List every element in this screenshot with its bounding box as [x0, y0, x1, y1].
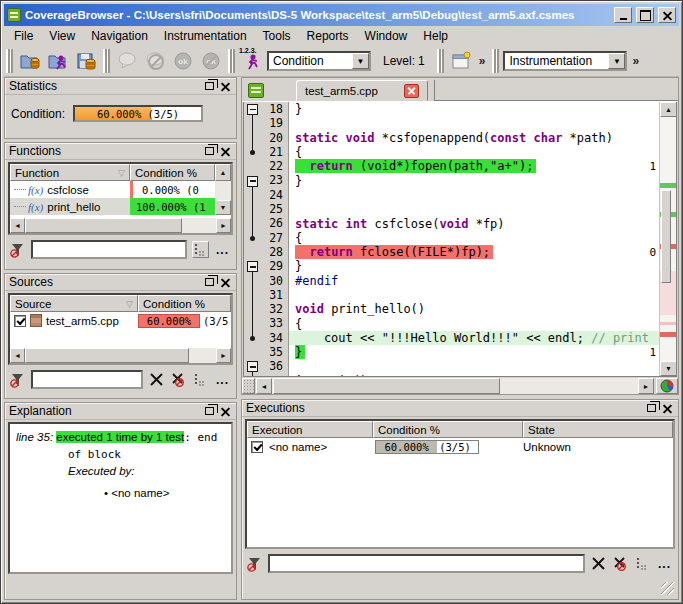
fold-box-icon[interactable] — [244, 359, 263, 373]
executions-filter-input[interactable] — [268, 554, 585, 573]
code-line-36[interactable]: 36 — [244, 359, 659, 373]
source-checkbox[interactable] — [14, 315, 26, 327]
filter-disabled-icon[interactable] — [246, 555, 263, 572]
column-header-state[interactable]: State — [523, 421, 673, 438]
comment-button[interactable] — [114, 48, 140, 74]
menu-help[interactable]: Help — [415, 27, 456, 45]
toolbar-overflow-button[interactable]: » — [476, 54, 489, 68]
code-line-29[interactable]: 29} — [244, 259, 659, 273]
code-line-26[interactable]: 26static int csfclose(void *fp) — [244, 216, 659, 230]
fold-box-icon[interactable] — [244, 259, 263, 273]
splitter-grip[interactable] — [242, 378, 255, 394]
fold-box-icon[interactable] — [244, 173, 263, 187]
tab-test-arm5-cpp[interactable]: test_arm5.cpp — [296, 80, 428, 101]
menu-instrumentation[interactable]: Instrumentation — [156, 27, 255, 45]
sources-panel-titlebar[interactable]: Sources — [5, 274, 236, 291]
editor-vscrollbar[interactable]: ▲ ▼ — [659, 102, 676, 376]
maximize-button[interactable] — [636, 7, 654, 23]
scroll-left-icon[interactable]: ◄ — [10, 218, 25, 233]
code-line-18[interactable]: 18} — [244, 102, 659, 116]
filter-more-button[interactable]: ... — [214, 243, 231, 257]
column-header-source[interactable]: Source▽ — [10, 295, 138, 312]
title-bar[interactable]: CoverageBrowser - C:\Users\sfri\Document… — [4, 4, 679, 26]
sources-filter-input[interactable] — [31, 370, 143, 389]
filter-disabled-icon[interactable] — [9, 371, 26, 388]
remove-comment-button[interactable] — [142, 48, 168, 74]
open-execution-button[interactable] — [45, 48, 71, 74]
execution-checkbox[interactable] — [251, 441, 263, 453]
remove-filter-icon[interactable] — [612, 555, 629, 572]
combo-dropdown-icon[interactable]: ▼ — [352, 53, 369, 69]
editor-menu-button[interactable] — [244, 80, 268, 101]
functions-row[interactable]: f(x)print_hello100.000% (1 — [10, 198, 231, 215]
sources-hscrollbar[interactable]: ◄ ► — [10, 348, 231, 363]
unvalidate-button[interactable]: ok — [198, 48, 224, 74]
scroll-right-icon[interactable]: ► — [638, 378, 654, 394]
code-line-20[interactable]: 20static void *csfopenappend(const char … — [244, 131, 659, 145]
functions-row[interactable]: f(x)csfclose0.000% (0 — [10, 181, 231, 198]
explanation-panel-titlebar[interactable]: Explanation — [5, 403, 236, 420]
code-line-35[interactable]: 35}1 — [244, 345, 659, 359]
toolbar-grip[interactable] — [103, 49, 110, 73]
code-line-28[interactable]: 28 return fclose((FILE*)fp);0 — [244, 245, 659, 259]
column-header-execution[interactable]: Execution — [247, 421, 373, 438]
coverage-method-button[interactable]: 1.2.3. — [239, 48, 265, 74]
tab-close-icon[interactable] — [404, 84, 419, 98]
executions-panel-titlebar[interactable]: Executions — [242, 400, 678, 417]
code-line-31[interactable]: 31 — [244, 288, 659, 302]
close-panel-icon[interactable] — [218, 145, 232, 158]
statistics-panel-titlebar[interactable]: Statistics — [5, 78, 236, 95]
filter-options-icon[interactable] — [192, 371, 209, 388]
scroll-down-icon[interactable]: ▼ — [660, 361, 677, 376]
column-header-condition[interactable]: Condition % — [130, 164, 215, 181]
toolbar-grip[interactable] — [6, 49, 13, 73]
filter-options-icon[interactable] — [634, 555, 651, 572]
toolbar-grip[interactable] — [437, 49, 444, 73]
remove-filter-icon[interactable] — [170, 371, 187, 388]
column-header-function[interactable]: Function▽ — [10, 164, 130, 181]
column-header-condition[interactable]: Condition % — [373, 421, 523, 438]
code-line-24[interactable]: 24 — [244, 188, 659, 202]
float-panel-icon[interactable] — [644, 402, 658, 415]
scrollbar-thumb[interactable] — [273, 378, 500, 394]
float-panel-icon[interactable] — [202, 80, 216, 93]
toolbar-overflow-button[interactable]: » — [629, 54, 642, 68]
float-panel-icon[interactable] — [202, 405, 216, 418]
toolbar-grip[interactable] — [492, 49, 499, 73]
functions-filter-input[interactable] — [31, 240, 187, 259]
scroll-right-icon[interactable]: ► — [216, 218, 231, 233]
filter-options-icon[interactable] — [192, 241, 209, 258]
window-resize-grip[interactable] — [661, 582, 674, 595]
executions-row[interactable]: <no name>60.000%(3/5)Unknown — [247, 438, 673, 455]
code-line-27[interactable]: 27{ — [244, 231, 659, 245]
scrollbar-thumb[interactable] — [661, 190, 671, 283]
scroll-up-icon[interactable]: ▲ — [215, 164, 231, 181]
menu-tools[interactable]: Tools — [255, 27, 299, 45]
save-database-button[interactable] — [73, 48, 99, 74]
new-window-button[interactable] — [448, 48, 474, 74]
menu-window[interactable]: Window — [357, 27, 416, 45]
scroll-up-icon[interactable]: ▲ — [660, 102, 677, 117]
close-panel-icon[interactable] — [218, 405, 232, 418]
validate-button[interactable]: ok — [170, 48, 196, 74]
functions-hscrollbar[interactable]: ◄ ► — [10, 218, 231, 233]
close-panel-icon[interactable] — [660, 402, 674, 415]
float-panel-icon[interactable] — [202, 276, 216, 289]
code-line-19[interactable]: 19 — [244, 116, 659, 130]
minimize-button[interactable] — [614, 7, 632, 23]
code-line-23[interactable]: 23} — [244, 173, 659, 187]
float-panel-icon[interactable] — [202, 145, 216, 158]
menu-file[interactable]: File — [6, 27, 41, 45]
editor-hscrollbar[interactable]: ◄ ► — [242, 377, 678, 394]
code-line-25[interactable]: 25 — [244, 202, 659, 216]
column-header-condition[interactable]: Condition % — [138, 295, 231, 312]
code-line-30[interactable]: 30#endif — [244, 274, 659, 288]
close-panel-icon[interactable] — [218, 80, 232, 93]
code-line-37[interactable]: 37int main() — [244, 374, 659, 376]
menu-view[interactable]: View — [41, 27, 83, 45]
instrumentation-combo[interactable]: Instrumentation ▼ — [503, 51, 627, 71]
menu-reports[interactable]: Reports — [299, 27, 357, 45]
code-line-32[interactable]: 32void print_hello() — [244, 302, 659, 316]
fold-box-icon[interactable] — [244, 102, 263, 116]
filter-more-button[interactable]: ... — [214, 373, 231, 387]
